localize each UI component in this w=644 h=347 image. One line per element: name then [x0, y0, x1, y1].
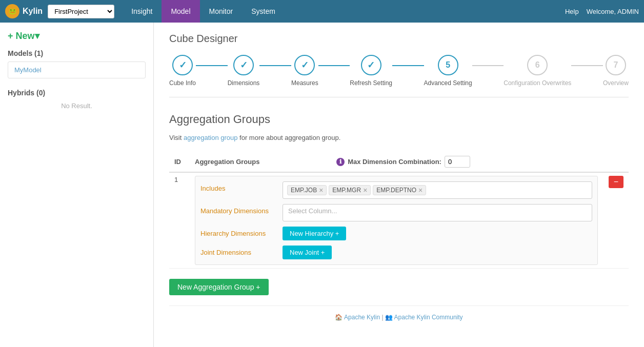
connector-5-6 — [472, 65, 504, 66]
nav-links: Insight Model Monitor System — [122, 0, 565, 23]
footer: 🏠 Apache Kylin | 👥 Apache Kylin Communit… — [169, 305, 629, 329]
step-2-circle — [233, 55, 254, 75]
tag-empdeptno-remove[interactable]: × — [418, 187, 422, 194]
connector-2-3 — [259, 65, 291, 66]
brand-name: Kylin — [23, 7, 43, 16]
nav-model[interactable]: Model — [162, 0, 199, 23]
footer-icon-1: 🏠 — [335, 314, 343, 321]
includes-content: EMP.JOB × EMP.MGR × EMP.DEPT — [283, 181, 592, 199]
connector-3-4 — [318, 65, 350, 66]
remove-row-button[interactable]: − — [609, 176, 623, 188]
step-measures[interactable]: Measures — [291, 55, 318, 87]
includes-field: Includes EMP.JOB × EMP.MGR — [200, 181, 592, 199]
connector-1-2 — [196, 65, 228, 66]
hierarchy-field: Hierarchy Dimensions New Hierarchy + — [200, 227, 592, 240]
page-layout: + New▾ Models (1) MyModel Hybrids (0) No… — [0, 23, 644, 347]
step-7-circle: 7 — [606, 55, 626, 75]
new-hierarchy-btn[interactable]: New Hierarchy + — [283, 227, 346, 240]
models-section-title: Models (1) — [8, 49, 146, 57]
col-agg-groups: Aggregation Groups — [190, 152, 331, 172]
step-refresh-setting[interactable]: Refresh Setting — [350, 55, 392, 87]
table-row: 1 Includes EMP.JOB × — [169, 172, 629, 269]
main-content: Cube Designer Cube Info Dimensions Measu… — [154, 23, 644, 347]
info-icon[interactable]: ℹ — [336, 158, 345, 166]
step-config-overwrites[interactable]: 6 Configuration Overwrites — [504, 55, 571, 87]
step-1-label: Cube Info — [169, 79, 196, 87]
col-id: ID — [169, 152, 190, 172]
step-5-label: Advanced Setting — [424, 79, 472, 87]
connector-4-5 — [392, 65, 424, 66]
new-agg-group-container: New Aggregation Group + — [169, 279, 629, 305]
brand-logo: 🐸 — [5, 4, 19, 18]
col-max-dim: ℹ Max Dimension Combination: — [331, 152, 603, 172]
mandatory-label: Mandatory Dimensions — [200, 204, 277, 215]
stepper: Cube Info Dimensions Measures Refresh Se… — [169, 55, 629, 97]
tag-empmgr: EMP.MGR × — [329, 185, 371, 195]
tag-empmgr-remove[interactable]: × — [363, 187, 367, 194]
project-selector[interactable]: FirstProject — [48, 5, 114, 18]
footer-link-community[interactable]: Apache Kylin Community — [394, 314, 463, 321]
row-id: 1 — [169, 172, 190, 269]
tag-empjob: EMP.JOB × — [287, 185, 327, 195]
mandatory-content: Select Column... — [283, 204, 592, 221]
step-6-circle: 6 — [527, 55, 548, 75]
step-5-circle: 5 — [438, 55, 458, 75]
remove-cell: − — [603, 172, 629, 269]
joint-field: Joint Dimensions New Joint + — [200, 246, 592, 259]
step-dimensions[interactable]: Dimensions — [228, 55, 260, 87]
joint-content: New Joint + — [283, 246, 592, 259]
footer-link-kylin[interactable]: Apache Kylin — [344, 314, 380, 321]
section-desc: Visit aggregation group for more about a… — [169, 134, 629, 141]
hierarchy-label: Hierarchy Dimensions — [200, 227, 277, 237]
welcome-label[interactable]: Welcome, ADMIN — [587, 8, 639, 15]
joint-label: Joint Dimensions — [200, 246, 277, 256]
includes-label: Includes — [200, 181, 277, 192]
sidebar: + New▾ Models (1) MyModel Hybrids (0) No… — [0, 23, 154, 347]
aggregation-table: ID Aggregation Groups ℹ Max Dimension Co… — [169, 152, 629, 269]
agg-row-content: Includes EMP.JOB × EMP.MGR — [195, 176, 598, 265]
footer-icon-2: 👥 — [385, 314, 393, 321]
no-result-text: No Result. — [8, 102, 146, 110]
step-7-label: Overview — [603, 79, 629, 87]
nav-monitor[interactable]: Monitor — [200, 0, 243, 23]
step-cube-info[interactable]: Cube Info — [169, 55, 196, 87]
step-6-label: Configuration Overwrites — [504, 79, 571, 87]
step-3-circle — [294, 55, 315, 75]
new-joint-btn[interactable]: New Joint + — [283, 246, 332, 259]
brand: 🐸 Kylin — [5, 4, 43, 18]
step-overview[interactable]: 7 Overview — [603, 55, 629, 87]
step-4-label: Refresh Setting — [350, 79, 392, 87]
navbar: 🐸 Kylin FirstProject Insight Model Monit… — [0, 0, 644, 23]
mandatory-select[interactable]: Select Column... — [283, 204, 592, 221]
step-1-circle — [172, 55, 193, 75]
new-aggregation-group-btn[interactable]: New Aggregation Group + — [169, 279, 269, 295]
step-advanced-setting[interactable]: 5 Advanced Setting — [424, 55, 472, 87]
new-button[interactable]: + New▾ — [8, 30, 39, 42]
sidebar-item-mymodel[interactable]: MyModel — [8, 62, 146, 78]
nav-system[interactable]: System — [242, 0, 285, 23]
step-3-label: Measures — [291, 79, 318, 87]
hierarchy-content: New Hierarchy + — [283, 227, 592, 240]
tag-empjob-remove[interactable]: × — [319, 187, 323, 194]
nav-insight[interactable]: Insight — [122, 0, 162, 23]
nav-right: Help Welcome, ADMIN — [565, 8, 639, 15]
includes-tags-input[interactable]: EMP.JOB × EMP.MGR × EMP.DEPT — [283, 181, 592, 199]
step-4-circle — [361, 55, 381, 75]
agg-row-content-cell: Includes EMP.JOB × EMP.MGR — [190, 172, 603, 269]
section-title: Aggregation Groups — [169, 113, 629, 126]
step-2-label: Dimensions — [228, 79, 260, 87]
mandatory-field: Mandatory Dimensions Select Column... — [200, 204, 592, 221]
tag-empdeptno: EMP.DEPTNO × — [373, 185, 426, 195]
hybrids-section-title: Hybrids (0) — [8, 89, 146, 97]
aggregation-group-link[interactable]: aggregation group — [184, 134, 238, 141]
help-link[interactable]: Help — [565, 8, 579, 15]
connector-6-7 — [571, 65, 603, 66]
max-dim-input[interactable] — [445, 156, 470, 168]
page-title: Cube Designer — [169, 33, 629, 45]
